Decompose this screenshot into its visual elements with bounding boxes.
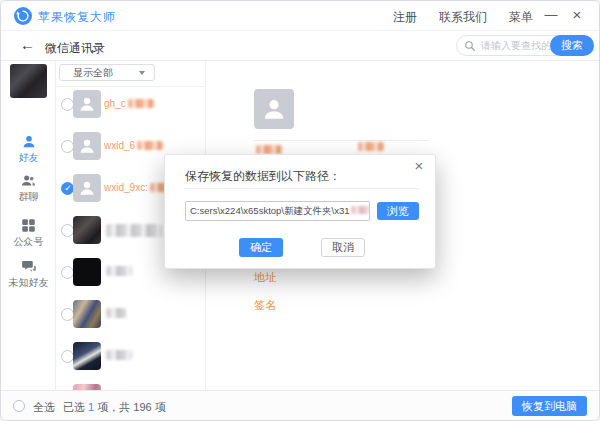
contact-avatar [73, 258, 101, 286]
contact-name: wxid_6 [104, 140, 163, 151]
contact-name [104, 224, 162, 237]
search-button[interactable]: 搜索 [550, 35, 594, 56]
contact-avatar [73, 216, 101, 244]
recover-to-pc-button[interactable]: 恢复到电脑 [512, 396, 587, 416]
close-button[interactable]: × [567, 5, 587, 25]
sidebar-item-label: 公众号 [1, 235, 56, 249]
contact-row[interactable] [56, 293, 206, 335]
contact-avatar [73, 132, 101, 160]
sidebar-item-label: 群聊 [1, 190, 56, 204]
sidebar: 好友 群聊 公众号 未知好友 [1, 61, 56, 392]
censored-text [128, 99, 154, 108]
menu-main[interactable]: 菜单 [509, 9, 533, 26]
app-window: 苹果恢复大师 注册 联系我们 菜单 — × ← 微信通讯录 搜索 好友 [0, 0, 600, 421]
detail-avatar [254, 89, 294, 129]
divider [184, 188, 418, 189]
address-label: 地址 [254, 270, 276, 285]
path-input[interactable]: C:sers\x224\x65sktop\新建文件夹\x31's iPhon [185, 201, 370, 221]
contact-row[interactable]: gh_c [56, 83, 206, 125]
minimize-button[interactable]: — [541, 5, 561, 25]
sidebar-item-official-accounts[interactable]: 公众号 [1, 218, 56, 249]
browse-button[interactable]: 浏览 [377, 202, 419, 220]
contact-avatar [73, 342, 101, 370]
dialog-close-icon[interactable]: × [411, 157, 427, 174]
censored-text [137, 141, 163, 150]
app-logo-icon [14, 7, 32, 25]
toolbar: ← 微信通讯录 搜索 [1, 31, 599, 61]
search-box: 搜索 [456, 35, 594, 56]
contact-name [104, 266, 132, 276]
sidebar-item-unknown-friends[interactable]: 未知好友 [1, 259, 56, 290]
search-icon [464, 40, 476, 52]
censored-text [106, 308, 126, 318]
profile-avatar [10, 64, 47, 98]
cancel-button[interactable]: 取消 [321, 238, 365, 257]
sidebar-item-label: 好友 [1, 151, 56, 165]
censored-value [256, 145, 282, 154]
top-menu: 注册 联系我们 菜单 [393, 9, 533, 26]
contact-avatar [73, 174, 101, 202]
app-title: 苹果恢复大师 [38, 9, 116, 26]
filter-dropdown[interactable]: 显示全部 [59, 64, 155, 81]
selection-stats: 已选 1 项，共 196 项 [63, 400, 166, 415]
contact-avatar [73, 300, 101, 328]
censored-text [106, 224, 162, 237]
sidebar-item-friends[interactable]: 好友 [1, 134, 56, 165]
censored-text [106, 350, 132, 360]
menu-register[interactable]: 注册 [393, 9, 417, 26]
contact-avatar [73, 90, 101, 118]
page-title: 微信通讯录 [45, 40, 105, 57]
divider [254, 140, 430, 141]
menu-contact-us[interactable]: 联系我们 [439, 9, 487, 26]
footer-bar: 全选 已选 1 项，共 196 项 恢复到电脑 [1, 390, 599, 420]
contact-row[interactable] [56, 335, 206, 377]
filter-dropdown-label: 显示全部 [73, 67, 113, 78]
ok-button[interactable]: 确定 [239, 238, 283, 257]
chevron-down-icon [139, 71, 145, 75]
chat-bubbles-icon [21, 259, 37, 274]
sidebar-item-label: 未知好友 [1, 276, 56, 290]
grid-icon [21, 218, 36, 233]
save-path-dialog: × 保存恢复的数据到以下路径： C:sers\x224\x65sktop\新建文… [164, 154, 436, 269]
dialog-title: 保存恢复的数据到以下路径： [185, 168, 341, 185]
select-all-checkbox[interactable] [13, 400, 25, 412]
signature-label: 签名 [254, 298, 276, 313]
contact-name [104, 350, 132, 360]
person-icon [21, 134, 37, 149]
contact-name [104, 308, 126, 318]
top-bar: 苹果恢复大师 注册 联系我们 菜单 — × [1, 1, 599, 31]
sidebar-item-groups[interactable]: 群聊 [1, 173, 56, 204]
censored-value [358, 142, 384, 151]
censored-text [351, 206, 370, 214]
back-arrow-icon[interactable]: ← [20, 36, 35, 53]
select-all-label[interactable]: 全选 [33, 400, 55, 415]
people-icon [20, 173, 37, 188]
censored-text [106, 266, 132, 276]
contact-name: gh_c [104, 98, 154, 109]
